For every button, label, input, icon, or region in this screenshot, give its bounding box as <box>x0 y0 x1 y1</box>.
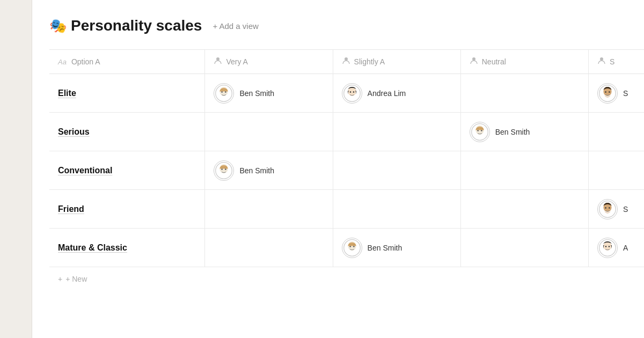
table-container: Aa Option A Very A <box>49 49 644 291</box>
table-row: Mature & Classic Ben Smith <box>49 229 644 267</box>
avatar <box>342 83 362 104</box>
svg-point-7 <box>225 91 227 93</box>
person-icon-neutral <box>470 56 478 67</box>
avatar <box>214 83 234 104</box>
table-row: Elite Ben Smith <box>49 74 644 113</box>
empty-cell <box>460 229 588 267</box>
row-label: Friend <box>58 204 84 214</box>
row-label-cell[interactable]: Elite <box>49 74 205 113</box>
col-header-s: S <box>588 50 644 74</box>
avatar <box>597 83 618 104</box>
empty-cell <box>460 190 588 229</box>
empty-cell <box>333 151 460 190</box>
svg-point-30 <box>349 246 351 247</box>
svg-point-35 <box>609 246 610 247</box>
page-title: 🎭 Personality scales <box>49 17 202 34</box>
empty-cell <box>333 190 460 229</box>
person-cell[interactable]: Andrea Lim <box>333 74 460 113</box>
svg-point-14 <box>605 91 606 93</box>
person-cell[interactable]: Ben Smith <box>460 113 588 151</box>
svg-point-6 <box>222 91 223 93</box>
empty-cell <box>588 113 644 151</box>
row-label-cell[interactable]: Conventional <box>49 151 205 190</box>
row-label: Mature & Classic <box>58 243 127 252</box>
col-option-label: Option A <box>71 57 100 66</box>
person-cell[interactable]: S <box>588 190 644 229</box>
person-name: Ben Smith <box>239 89 274 98</box>
sidebar <box>0 0 32 338</box>
person-name: Ben Smith <box>495 128 530 136</box>
svg-point-2 <box>472 57 475 61</box>
svg-point-23 <box>225 168 227 170</box>
col-header-neutral: Neutral <box>460 50 588 74</box>
empty-cell <box>205 229 333 267</box>
new-row-label: + New <box>65 275 87 283</box>
col-header-slightly: Slightly A <box>333 50 460 74</box>
avatar <box>597 199 618 219</box>
empty-cell <box>333 113 460 151</box>
person-name: Ben Smith <box>368 244 402 252</box>
col-slightly-label: Slightly A <box>354 57 385 66</box>
person-icon-very <box>214 56 222 67</box>
col-very-label: Very A <box>226 57 247 66</box>
table-header-row: Aa Option A Very A <box>49 50 644 74</box>
row-label-cell[interactable]: Serious <box>49 113 205 151</box>
person-name: Andrea Lim <box>368 89 406 98</box>
svg-point-3 <box>600 57 603 61</box>
avatar <box>342 238 362 258</box>
person-cell[interactable]: Ben Smith <box>205 151 333 190</box>
new-row-button[interactable]: + + New <box>49 267 644 291</box>
table-row: Conventional Ben Smith <box>49 151 644 190</box>
person-cell[interactable]: S <box>588 74 644 113</box>
row-label: Serious <box>58 127 90 136</box>
svg-point-19 <box>481 130 482 131</box>
row-label-cell[interactable]: Mature & Classic <box>49 229 205 267</box>
page-header: 🎭 Personality scales + Add a view <box>49 17 644 34</box>
col-header-very: Very A <box>205 50 333 74</box>
person-name: Ben Smith <box>239 166 274 175</box>
person-name: S <box>623 205 628 214</box>
svg-point-18 <box>477 130 479 131</box>
plus-icon: + <box>58 275 62 283</box>
svg-point-34 <box>605 246 607 247</box>
svg-point-26 <box>605 207 606 209</box>
empty-cell <box>205 190 333 229</box>
svg-point-31 <box>353 246 355 247</box>
table-row: Friend S <box>49 190 644 229</box>
svg-point-27 <box>609 207 610 209</box>
person-icon-slightly <box>342 56 350 67</box>
person-cell[interactable]: Ben Smith <box>333 229 460 267</box>
person-name: A <box>623 244 628 252</box>
person-name: S <box>623 89 628 98</box>
row-label: Elite <box>58 89 76 98</box>
empty-cell <box>460 74 588 113</box>
svg-point-1 <box>345 57 348 61</box>
col-header-option: Aa Option A <box>49 50 205 74</box>
page-emoji: 🎭 <box>49 18 67 34</box>
add-view-button[interactable]: + Add a view <box>208 19 262 33</box>
svg-point-10 <box>349 91 351 93</box>
person-cell[interactable]: Ben Smith <box>205 74 333 113</box>
svg-point-11 <box>353 91 354 93</box>
svg-point-0 <box>216 57 219 61</box>
row-label: Conventional <box>58 166 112 175</box>
empty-cell <box>205 113 333 151</box>
person-icon-s <box>597 56 606 67</box>
page-title-text: Personality scales <box>71 17 202 34</box>
svg-point-22 <box>222 168 223 170</box>
row-label-cell[interactable]: Friend <box>49 190 205 229</box>
svg-point-15 <box>609 91 610 93</box>
avatar <box>470 122 490 142</box>
col-s-label: S <box>610 57 614 66</box>
empty-cell <box>588 151 644 190</box>
text-col-icon: Aa <box>58 58 67 66</box>
main-content: 🎭 Personality scales + Add a view Aa Opt… <box>32 0 644 338</box>
empty-cell <box>460 151 588 190</box>
col-neutral-label: Neutral <box>482 57 506 66</box>
avatar <box>597 238 618 258</box>
table-row: Serious Ben Smith <box>49 113 644 151</box>
person-cell[interactable]: A <box>588 229 644 267</box>
personality-table: Aa Option A Very A <box>49 50 644 267</box>
avatar <box>214 160 234 181</box>
